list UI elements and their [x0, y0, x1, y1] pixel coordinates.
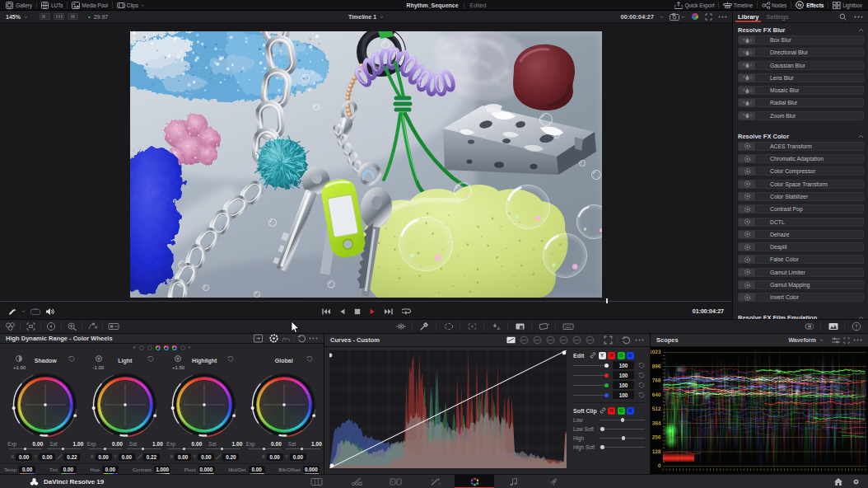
camera-raw-icon[interactable] [670, 13, 679, 21]
effect-item-zoom-blur[interactable]: Zoom Blur [738, 111, 864, 120]
top-bar-button-media-pool[interactable]: Media Pool [68, 2, 111, 9]
curves-reset-icon[interactable] [622, 336, 631, 345]
row-reset-icon[interactable] [638, 362, 645, 368]
falloff-value[interactable]: 0.22 [143, 453, 160, 461]
dust-removal-icon[interactable] [539, 321, 548, 331]
top-bar-button-nodes[interactable]: Nodes [758, 2, 790, 9]
param-value[interactable]: 0.00 [249, 466, 265, 473]
clip-timecode[interactable]: 00:00:04:27 [621, 14, 654, 20]
sizing-tool-icon[interactable] [26, 321, 35, 331]
hdr-reset-icon[interactable] [297, 334, 306, 343]
falloff-value[interactable]: 0.20 [222, 453, 239, 461]
timeline-dropdown-chevron-icon[interactable] [380, 15, 384, 19]
window-ellipse-icon[interactable] [443, 321, 453, 331]
zone-dot-1[interactable] [147, 345, 152, 350]
keyboard-icon[interactable] [562, 321, 572, 331]
wheel-reset-icon[interactable] [68, 355, 75, 362]
color-viewer-icon[interactable] [691, 12, 699, 21]
curve-mode-custom-icon[interactable] [506, 336, 516, 345]
zone-dot-5[interactable] [180, 345, 185, 350]
wheel-reset-icon[interactable] [306, 355, 313, 362]
row-reset-icon[interactable] [638, 372, 645, 378]
zone-dot-2[interactable] [156, 345, 161, 350]
effect-item-despill[interactable]: Despill [738, 242, 864, 251]
effect-item-chromatic-adaptation[interactable]: Chromatic Adaptation [738, 154, 864, 163]
param-value[interactable]: 0.00 [102, 466, 119, 473]
app-name[interactable]: DaVinci Resolve 19 [44, 478, 104, 486]
curves-graph[interactable] [329, 350, 567, 468]
zone-dot-0[interactable] [139, 345, 144, 350]
channel-button-Y[interactable]: Y [599, 352, 606, 359]
section-collapse-chevron-icon[interactable] [858, 134, 864, 138]
effect-item-color-compressor[interactable]: Color Compressor [738, 167, 864, 176]
gang-link-icon[interactable] [590, 352, 596, 359]
light-wheel[interactable] [91, 371, 159, 439]
single-viewer-icon[interactable] [40, 13, 50, 20]
scope-settings-sliders-icon[interactable] [832, 337, 840, 344]
section-collapse-chevron-icon[interactable] [858, 28, 864, 32]
effect-item-lens-blur[interactable]: Lens Blur [738, 73, 864, 82]
top-bar-button-effects[interactable]: fxEffects [792, 2, 827, 9]
param-value[interactable]: 0.000 [198, 466, 215, 473]
tab-library[interactable]: Library [738, 11, 758, 23]
scope-histogram-icon[interactable] [828, 321, 838, 331]
info-lamp-icon[interactable] [852, 321, 861, 331]
sat-value[interactable]: 1.00 [139, 441, 163, 447]
timeline-selector[interactable]: Timeline 1 [348, 14, 376, 20]
effects-section-header-2[interactable]: Resolve FX Film Emulation [738, 312, 864, 319]
wheel-sliders[interactable] [87, 448, 163, 451]
softclip-channel-button-G[interactable]: G [618, 407, 625, 415]
wheel-sliders[interactable] [246, 448, 322, 451]
x-value[interactable]: 0.00 [96, 453, 112, 461]
param-value[interactable]: 0.000 [303, 466, 320, 473]
bypass-eye-icon[interactable] [804, 321, 814, 331]
effects-options-icon[interactable] [854, 16, 863, 18]
y-value[interactable]: 0.00 [290, 453, 306, 461]
color-wheels-tool-icon[interactable] [5, 321, 15, 331]
channel-gain-value[interactable]: 100 [613, 371, 634, 379]
param-value[interactable]: 1.000 [154, 466, 170, 473]
channel-button-R[interactable]: R [608, 352, 615, 359]
wheel-reset-icon[interactable] [147, 355, 154, 362]
falloff-value[interactable]: 0.22 [63, 453, 80, 461]
channel-button-B[interactable]: B [627, 352, 634, 359]
top-bar-button-lightbox[interactable]: Lightbox [829, 2, 866, 9]
exp-value[interactable]: 0.00 [99, 441, 123, 447]
param-value[interactable]: 0.00 [60, 466, 77, 473]
davinci-resolve-logo[interactable] [30, 477, 39, 486]
effects-section-header-0[interactable]: Resolve FX Blur [738, 25, 864, 35]
effect-item-box-blur[interactable]: Box Blur [738, 35, 864, 45]
sat-value[interactable]: 1.00 [59, 441, 83, 447]
channel-gain-slider[interactable] [573, 371, 609, 379]
sat-value[interactable]: 1.00 [218, 441, 242, 447]
expand-viewer-icon[interactable] [705, 13, 712, 21]
skip-to-start-button[interactable] [322, 308, 330, 315]
viewer-options-icon[interactable] [718, 16, 727, 18]
curve-mode-hue-vs-lum-icon[interactable] [546, 336, 555, 345]
curves-expand-icon[interactable] [604, 336, 613, 345]
patch-replacer-icon[interactable] [108, 321, 118, 331]
y-value[interactable]: 0.00 [119, 453, 135, 461]
effect-item-radial-blur[interactable]: Radial Blur [738, 98, 864, 107]
exp-value[interactable]: 0.00 [258, 441, 282, 447]
curves-options-icon[interactable] [635, 339, 644, 341]
zone-next-chevron-icon[interactable]: › [189, 345, 191, 350]
effect-item-invert-color[interactable]: Invert Color [738, 293, 864, 302]
highlight-wheel[interactable] [170, 371, 238, 439]
effect-item-color-stabilizer[interactable]: Color Stabilizer [738, 192, 864, 201]
page-button-color[interactable] [455, 475, 494, 488]
curve-mode-lum-vs-sat-icon[interactable] [559, 336, 568, 345]
x-value[interactable]: 0.00 [267, 453, 283, 461]
shadow-wheel[interactable] [12, 371, 79, 439]
zone-toggle-icon[interactable] [175, 355, 181, 362]
scope-expand-icon[interactable] [843, 337, 850, 344]
tracker-point-icon[interactable] [467, 321, 477, 331]
enhanced-viewer-icon[interactable] [68, 13, 78, 20]
play-reverse-button[interactable] [339, 308, 345, 315]
top-bar-button-timeline[interactable]: Timeline [720, 2, 756, 9]
key-tool-icon[interactable] [515, 321, 525, 331]
wheel-mode-icon[interactable] [269, 334, 278, 343]
gang-link-icon[interactable] [600, 407, 606, 414]
curve-mode-sat-vs-lum-icon[interactable] [586, 336, 595, 345]
tracker-tool-icon[interactable] [87, 321, 97, 331]
